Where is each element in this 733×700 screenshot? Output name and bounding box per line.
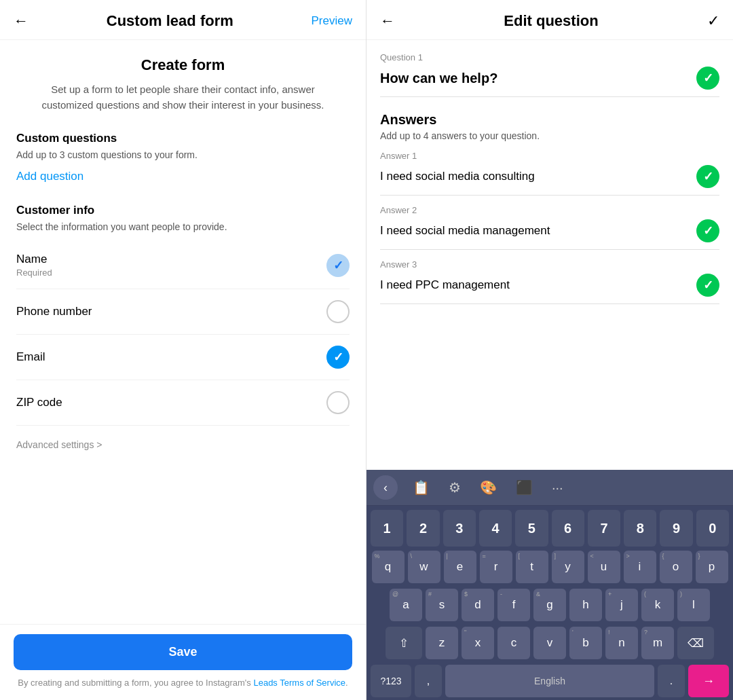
key-7[interactable]: 7 — [588, 510, 620, 547]
key-c[interactable]: c — [497, 627, 530, 659]
answers-desc: Add up to 4 answers to your question. — [380, 130, 719, 141]
back-icon-left[interactable]: ← — [14, 12, 29, 30]
save-button[interactable]: Save — [14, 634, 352, 670]
space-key[interactable]: English — [445, 665, 654, 697]
info-item-phone: Phone number — [16, 289, 350, 335]
key-0[interactable]: 0 — [696, 510, 729, 547]
symbol-key[interactable]: ?123 — [371, 665, 411, 697]
answer-text-1: I need social media consulting — [380, 170, 696, 183]
keyboard-a-row: @a #s $d -f &g h +j (k )l — [366, 586, 733, 624]
key-k[interactable]: (k — [641, 589, 674, 621]
key-2[interactable]: 2 — [407, 510, 439, 547]
keyboard-number-row: 1 2 3 4 5 6 7 8 9 0 — [366, 506, 733, 548]
period-key[interactable]: . — [658, 665, 685, 697]
keyboard-q-row: %q \w |e =r [t ]y <u >i {o }p — [366, 548, 733, 586]
customer-info-desc: Select the information you want people t… — [16, 221, 350, 232]
leads-terms-link[interactable]: Leads Terms of Service — [253, 678, 345, 688]
screen-icon[interactable]: ⬛ — [512, 477, 537, 498]
key-t[interactable]: [t — [516, 551, 548, 583]
key-e[interactable]: |e — [444, 551, 476, 583]
left-header: ← Custom lead form Preview — [0, 0, 366, 40]
more-icon[interactable]: ··· — [548, 477, 567, 498]
question-row: How can we help? ✓ — [380, 67, 719, 97]
info-label-zip: ZIP code — [16, 396, 62, 409]
left-panel: ← Custom lead form Preview Create form S… — [0, 0, 366, 700]
key-s[interactable]: #s — [426, 589, 458, 621]
answer-label-2: Answer 2 — [380, 205, 719, 215]
backspace-key[interactable]: ⌫ — [677, 627, 714, 659]
key-j[interactable]: +j — [605, 589, 638, 621]
toggle-email[interactable]: ✓ — [326, 346, 350, 369]
key-5[interactable]: 5 — [515, 510, 548, 547]
toggle-phone[interactable] — [326, 300, 350, 323]
key-v[interactable]: v — [533, 627, 566, 659]
key-x[interactable]: "x — [462, 627, 494, 659]
customer-info-title: Customer info — [16, 204, 350, 217]
create-form-title: Create form — [16, 56, 350, 74]
key-o[interactable]: {o — [660, 551, 692, 583]
right-panel: ← Edit question ✓ Question 1 How can we … — [366, 0, 733, 700]
keyboard-toolbar: ‹ 📋 ⚙ 🎨 ⬛ ··· — [366, 470, 733, 506]
key-3[interactable]: 3 — [443, 510, 476, 547]
key-4[interactable]: 4 — [479, 510, 512, 547]
toggle-zip[interactable] — [326, 391, 350, 414]
key-m[interactable]: ?m — [641, 627, 674, 659]
answer-row-3: I need PPC management ✓ — [380, 274, 719, 304]
key-l[interactable]: )l — [677, 589, 710, 621]
confirm-icon[interactable]: ✓ — [707, 12, 719, 30]
key-y[interactable]: ]y — [552, 551, 584, 583]
question-check-circle: ✓ — [696, 67, 719, 90]
answer-label-1: Answer 1 — [380, 151, 719, 161]
key-i[interactable]: >i — [624, 551, 656, 583]
left-footer: Save By creating and submitting a form, … — [0, 624, 366, 700]
key-a[interactable]: @a — [390, 589, 422, 621]
answer-row-1: I need social media consulting ✓ — [380, 165, 719, 196]
key-b[interactable]: 'b — [569, 627, 602, 659]
back-icon-right[interactable]: ← — [380, 12, 395, 30]
answer-text-2: I need social media management — [380, 224, 696, 238]
preview-button[interactable]: Preview — [312, 14, 352, 28]
key-9[interactable]: 9 — [660, 510, 692, 547]
shift-key[interactable]: ⇧ — [386, 627, 422, 659]
key-z[interactable]: z — [426, 627, 458, 659]
add-question-link[interactable]: Add question — [16, 170, 350, 183]
info-label-email: Email — [16, 350, 45, 364]
toggle-name[interactable]: ✓ — [326, 254, 350, 277]
palette-icon[interactable]: 🎨 — [476, 477, 501, 498]
key-r[interactable]: =r — [480, 551, 512, 583]
key-u[interactable]: <u — [588, 551, 620, 583]
info-sublabel-name: Required — [16, 268, 52, 278]
key-h[interactable]: h — [569, 589, 602, 621]
info-item-email: Email ✓ — [16, 335, 350, 380]
answer-check-1: ✓ — [696, 165, 719, 188]
answer-check-3: ✓ — [696, 274, 719, 297]
key-n[interactable]: !n — [605, 627, 638, 659]
custom-questions-title: Custom questions — [16, 132, 350, 145]
advanced-settings-link[interactable]: Advanced settings > — [16, 426, 350, 457]
key-1[interactable]: 1 — [371, 510, 403, 547]
key-d[interactable]: $d — [462, 589, 494, 621]
keyboard: ‹ 📋 ⚙ 🎨 ⬛ ··· 1 2 3 4 5 6 7 8 9 0 %q \w … — [366, 470, 733, 700]
key-6[interactable]: 6 — [552, 510, 584, 547]
answer-row-2: I need social media management ✓ — [380, 219, 719, 250]
info-label-name: Name — [16, 253, 52, 266]
key-g[interactable]: &g — [533, 589, 566, 621]
right-content: Question 1 How can we help? ✓ Answers Ad… — [366, 40, 733, 470]
enter-key[interactable]: → — [688, 665, 729, 697]
key-q[interactable]: %q — [372, 551, 405, 583]
info-item-zip: ZIP code — [16, 380, 350, 426]
clipboard-icon[interactable]: 📋 — [409, 477, 434, 498]
info-item-name: Name Required ✓ — [16, 242, 350, 289]
footer-text: By creating and submitting a form, you a… — [14, 677, 352, 689]
question-label: Question 1 — [380, 52, 719, 62]
key-f[interactable]: -f — [497, 589, 530, 621]
left-content: Create form Set up a form to let people … — [0, 40, 366, 624]
keyboard-back-button[interactable]: ‹ — [373, 475, 398, 500]
left-title: Custom lead form — [107, 12, 233, 30]
answer-check-2: ✓ — [696, 219, 719, 242]
key-p[interactable]: }p — [696, 551, 728, 583]
comma-key[interactable]: , — [415, 665, 442, 697]
key-w[interactable]: \w — [408, 551, 440, 583]
key-8[interactable]: 8 — [624, 510, 656, 547]
settings-icon[interactable]: ⚙ — [445, 477, 465, 498]
